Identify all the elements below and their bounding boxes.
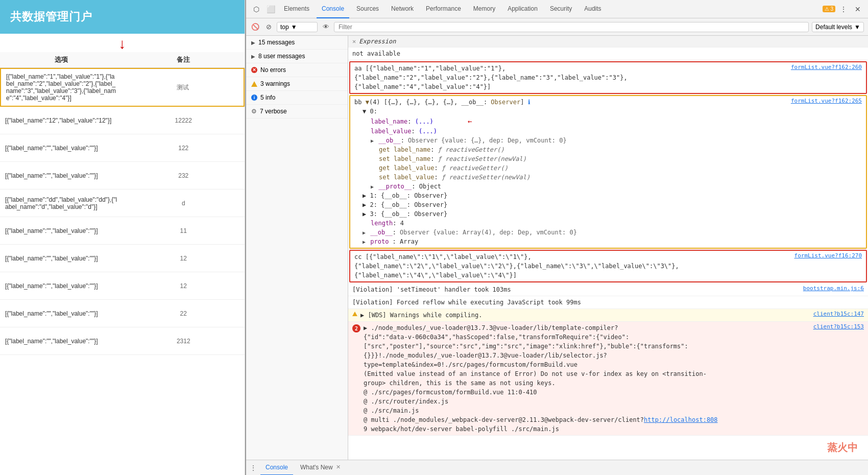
triangle-icon	[352, 312, 357, 316]
cell-options: [{"label_name":"1","label_value":"1"},{"…	[1, 69, 123, 106]
arrow-icon: ▶	[251, 40, 255, 45]
table-row: [{"label_name":"","label_value":""}] 12	[0, 272, 245, 300]
sidebar-info[interactable]: i 5 info	[246, 91, 348, 105]
tab-security[interactable]: Security	[545, 0, 577, 18]
info-icon: i	[251, 94, 257, 101]
table-row: [{"label_name":"","label_value":""}] 22	[0, 300, 245, 327]
more-icon[interactable]: ⋮	[837, 3, 850, 15]
eye-icon[interactable]: 👁	[321, 22, 331, 32]
wds-content: ▶ [WDS] Warnings while compiling.	[360, 311, 810, 320]
cell-note: 232	[123, 168, 245, 183]
wds-text: ▶ [WDS] Warnings while compiling.	[360, 312, 482, 319]
tab-performance[interactable]: Performance	[421, 0, 466, 18]
cell-options: [{"label_name":"","label_value":""}]	[0, 140, 123, 156]
cell-options: [{"label_name":"","label_value":""}]	[0, 306, 123, 321]
column-header-options: 选项	[0, 55, 123, 64]
localhost-link[interactable]: http://localhost:808	[644, 416, 718, 423]
expression-label: Expression	[359, 38, 396, 45]
devtools-panel: ⬡ ⬜ Elements Console Sources Network Per…	[245, 0, 868, 475]
table-row: [{"label_name":"","label_value":""}] 12	[0, 245, 245, 272]
cell-options: [{"label_name":"dd","label_value":"dd"},…	[0, 192, 123, 215]
tab-memory[interactable]: Memory	[468, 0, 500, 18]
sidebar-user-messages[interactable]: ▶ 8 user messages	[246, 50, 348, 63]
cell-note: 11	[123, 223, 245, 239]
sidebar-verbose[interactable]: ⚙ 7 verbose	[246, 105, 348, 118]
aa-text: aa [{"label_name":"1","label_value":"1"}…	[354, 65, 628, 90]
bb-source[interactable]: formList.vue?f162:265	[791, 98, 862, 104]
tab-application[interactable]: Application	[502, 0, 543, 18]
table-body: [{"label_name":"1","label_value":"1"},{"…	[0, 68, 245, 475]
context-value: top	[280, 23, 289, 31]
arrow-icon: ▶	[251, 54, 255, 59]
close-icon[interactable]: ✕	[852, 3, 864, 15]
sidebar-item-label: 15 messages	[258, 39, 295, 46]
not-available-text: not available	[352, 49, 864, 58]
inspect-icon[interactable]: ⬡	[250, 3, 262, 15]
cc-source[interactable]: formList.vue?f16:270	[794, 252, 862, 259]
entry-content-aa: aa [{"label_name":"1","label_value":"1"}…	[354, 64, 788, 91]
app-title: 共数据管理门户	[0, 0, 245, 34]
gear-icon: ⚙	[251, 108, 257, 115]
aa-source[interactable]: formList.vue?f162:260	[791, 64, 862, 70]
tab-audits[interactable]: Audits	[579, 0, 606, 18]
tab-console[interactable]: Console	[317, 0, 349, 18]
cell-note: 122	[123, 140, 245, 156]
bottom-tab-console[interactable]: Console	[260, 460, 293, 476]
bb-header-row: bb ▼(4) [{…}, {…}, {…}, {…}, __ob__: Obs…	[350, 96, 866, 248]
console-entry-cc: cc [{"label_name\":\"1\",\"label_value\"…	[349, 250, 867, 282]
cell-note: 22	[123, 306, 245, 321]
error-number: 2	[352, 324, 360, 332]
entry-content-cc: cc [{"label_name\":\"1\",\"label_value\"…	[354, 252, 791, 280]
bottom-tab-close-icon[interactable]: ✕	[336, 464, 341, 470]
cell-options: [{"label_name":"","label_value":""}]	[0, 223, 123, 239]
context-select[interactable]: top ▼	[277, 22, 318, 32]
down-arrow-icon: ↓	[119, 37, 126, 51]
devtools-bottombar: ⋮ Console What's New ✕	[246, 460, 868, 475]
devtools-more-area: ⚠ 3 ⋮ ✕	[821, 3, 864, 15]
tab-sources[interactable]: Sources	[351, 0, 384, 18]
sidebar-no-errors[interactable]: ✕ No errors	[246, 63, 348, 77]
table-row: [{"label_name":"","label_value":""}] 232	[0, 162, 245, 189]
sidebar-item-label: No errors	[260, 66, 286, 74]
console-sidebar: ▶ 15 messages ▶ 8 user messages ✕ No err…	[246, 36, 348, 460]
levels-select[interactable]: Default levels ▼	[812, 22, 864, 32]
warning-icon	[251, 81, 257, 87]
error-source[interactable]: client?b15c:153	[813, 323, 864, 330]
violation1-source[interactable]: bootstrap.min.js:6	[803, 285, 864, 292]
device-icon[interactable]: ⬜	[264, 3, 277, 15]
sidebar-warnings[interactable]: 3 warnings	[246, 77, 348, 91]
arrow-area: ↓	[0, 34, 245, 52]
table-header: 选项 备注	[0, 52, 245, 68]
cell-options: [{"label_name":"","label_value":""}]	[0, 334, 123, 349]
cell-note: 测试	[123, 79, 244, 96]
error-icon: ✕	[251, 67, 257, 73]
bb-header-text: bb ▼(4) [{…}, {…}, {…}, {…}, __ob__: Obs…	[354, 99, 531, 106]
table-row: [{"label_name":"","label_value":""}] 11	[0, 217, 245, 245]
tab-elements[interactable]: Elements	[279, 0, 315, 18]
cell-options: [{"label_name":"","label_value":""}]	[0, 278, 123, 294]
levels-arrow-icon: ▼	[854, 23, 860, 31]
cell-options: [{"label_name":"","label_value":""}]	[0, 251, 123, 266]
expression-header: ✕ Expression	[348, 36, 868, 48]
console-entry-error: 2 ▶ ./node_modules/_vue-loader@13.7.3@vu…	[348, 322, 868, 436]
devtools-toolbar: 🚫 ⊘ top ▼ 👁 Default levels ▼	[246, 18, 868, 36]
dots-icon: ⋮	[250, 464, 256, 471]
wds-source[interactable]: client?b15c:147	[813, 311, 864, 317]
cell-options: [{"label_name":"","label_value":""}]	[0, 168, 123, 183]
tab-network[interactable]: Network	[386, 0, 419, 18]
console-entry-wds: ▶ [WDS] Warnings while compiling. client…	[348, 309, 868, 322]
clear-icon[interactable]: 🚫	[250, 22, 260, 32]
violation2-content: [Violation] Forced reflow while executin…	[352, 298, 864, 307]
warning-icon	[352, 312, 357, 316]
sidebar-item-label: 8 user messages	[258, 53, 305, 60]
filter-input[interactable]	[334, 22, 809, 32]
expression-close-icon[interactable]: ✕	[352, 38, 356, 45]
table-row: [{"label_name":"1","label_value":"1"},{"…	[0, 68, 245, 107]
sidebar-item-label: 5 info	[260, 94, 275, 101]
bottom-tab-whatsnew[interactable]: What's New ✕	[295, 460, 346, 476]
bb-content: bb ▼(4) [{…}, {…}, {…}, {…}, __ob__: Obs…	[354, 98, 791, 246]
violation2-text: [Violation] Forced reflow while executin…	[352, 299, 581, 306]
error-text: ▶ ./node_modules/_vue-loader@13.7.3@vue-…	[364, 324, 718, 433]
block-icon[interactable]: ⊘	[263, 22, 274, 32]
sidebar-all-messages[interactable]: ▶ 15 messages	[246, 36, 348, 50]
